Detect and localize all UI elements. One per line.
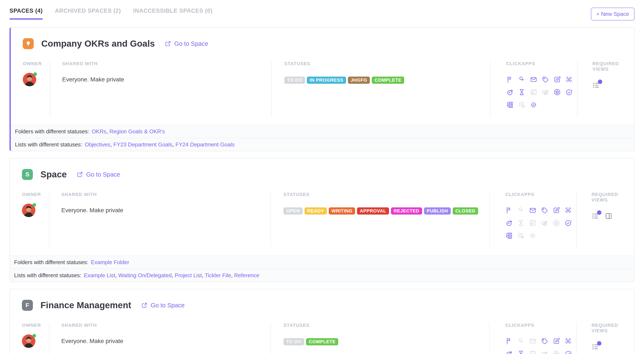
statuses-row: TO DOCOMPLETE	[284, 338, 489, 345]
calendar-icon	[529, 219, 536, 227]
space-card: S Space Go to Space OWNER	[10, 158, 634, 282]
space-title: Finance Management	[40, 300, 131, 310]
space-card-columns: OWNER SHARED WITH Everyone. Make private	[11, 61, 634, 125]
flag-icon	[505, 337, 513, 345]
hourglass-icon	[517, 350, 525, 354]
star-icon	[552, 219, 560, 227]
required-views-column-label: REQUIRED VIEWS	[592, 192, 634, 203]
separator: ,	[172, 272, 175, 278]
list-link[interactable]: Example List	[84, 272, 115, 278]
shared-with-column: SHARED WITH Everyone. Make private	[50, 61, 272, 117]
required-views-column-label: REQUIRED VIEWS	[592, 322, 634, 333]
flag-icon	[505, 207, 513, 214]
people-icon	[564, 337, 572, 345]
folders-with-statuses-row: Folders with different statuses:OKRs, Re…	[11, 125, 634, 138]
folders-with-statuses-row: Folders with different statuses:Example …	[10, 255, 634, 269]
go-to-space-link[interactable]: Go to Space	[76, 171, 120, 178]
shared-with-text[interactable]: Everyone. Make private	[61, 207, 270, 214]
shared-with-text[interactable]: Everyone. Make private	[61, 338, 270, 344]
list-clock-icon	[518, 101, 526, 109]
space-card-header: F Finance Management Go to Space	[10, 300, 634, 311]
list-link[interactable]: Reference	[234, 272, 260, 278]
lists-with-statuses-row: Lists with different statuses:Objectives…	[11, 138, 634, 151]
separator: ,	[172, 141, 175, 148]
notification-dot	[598, 80, 602, 84]
folder-links: OKRs, Region Goals & OKR's	[92, 128, 165, 135]
tab-spaces[interactable]: SPACES (4)	[10, 8, 43, 20]
required-views-column-label: REQUIRED VIEWS	[592, 61, 634, 72]
list-link[interactable]: FY23 Department Goals	[113, 141, 172, 148]
statuses-column-label: STATUSES	[284, 192, 489, 197]
flag-icon	[506, 76, 514, 83]
owner-column: OWNER	[11, 61, 50, 117]
list-link[interactable]: Tickler File	[205, 272, 231, 278]
footer-prefix: Lists with different statuses:	[15, 141, 82, 148]
clickapps-icons	[506, 76, 577, 109]
status-badge: TO DO	[284, 338, 304, 345]
folder-links: Example Folder	[91, 259, 129, 266]
upload-alert-icon	[542, 88, 549, 96]
folder-link[interactable]: OKRs	[92, 128, 106, 135]
folder-link[interactable]: Region Goals & OKR's	[109, 128, 165, 135]
statuses-row: OPENREADYWRITINGAPPROVALREJECTEDPUBLISHC…	[284, 207, 489, 215]
folder-link[interactable]: Example Folder	[91, 259, 129, 265]
shared-with-column-label: SHARED WITH	[61, 322, 270, 328]
statuses-column-label: STATUSES	[284, 322, 489, 328]
new-space-button[interactable]: + New Space	[591, 8, 634, 21]
required-views-column: REQUIRED VIEWS	[577, 322, 634, 354]
statuses-column: STATUSES TO DOIN PROGRESSJHGFGCOMPLETE	[272, 61, 490, 117]
list-links: Objectives, FY23 Department Goals, FY24 …	[85, 141, 234, 148]
shared-with-text[interactable]: Everyone. Make private	[62, 76, 271, 83]
notification-dot	[597, 341, 602, 345]
diamond-check-icon	[530, 101, 537, 109]
lightbulb-icon	[25, 41, 32, 47]
diamond-check-icon	[529, 232, 536, 239]
clickapps-column: CLICKAPPS	[490, 322, 577, 354]
required-views-icons	[592, 81, 634, 89]
owner-column-label: OWNER	[22, 322, 49, 328]
status-badge: IN PROGRESS	[307, 77, 346, 84]
status-badge: JHGFG	[348, 77, 370, 84]
online-status-dot	[32, 334, 36, 337]
shared-with-column-label: SHARED WITH	[61, 192, 270, 197]
notification-dot	[597, 210, 602, 215]
list-link[interactable]: FY24 Department Goals	[176, 141, 234, 148]
calendar-icon	[529, 350, 536, 354]
email-icon	[529, 207, 536, 214]
space-card-main: Company OKRs and Goals Go to Space OWNER	[11, 28, 634, 125]
go-to-space-link[interactable]: Go to Space	[164, 40, 208, 47]
status-badge: APPROVAL	[357, 207, 389, 215]
calendar-icon	[530, 88, 537, 96]
hourglass-icon	[517, 219, 525, 227]
statuses-row: TO DOIN PROGRESSJHGFGCOMPLETE	[284, 77, 490, 84]
spaces-list: Company OKRs and Goals Go to Space OWNER	[0, 27, 644, 354]
required-views-column: REQUIRED VIEWS	[577, 192, 634, 247]
list-view-icon	[592, 81, 600, 89]
clickapps-column: CLICKAPPS	[490, 192, 577, 247]
space-card-main: S Space Go to Space OWNER	[10, 158, 634, 255]
space-card-header: Company OKRs and Goals Go to Space	[11, 38, 634, 49]
list-link[interactable]: Objectives	[85, 141, 110, 148]
tab-inaccessible-spaces[interactable]: INACCESSIBLE SPACES (0)	[133, 8, 212, 20]
space-card: Company OKRs and Goals Go to Space OWNER	[10, 27, 634, 151]
footer-prefix: Folders with different statuses:	[14, 259, 88, 266]
tag-icon	[542, 76, 549, 83]
status-badge: COMPLETE	[306, 338, 338, 345]
upload-alert-icon	[541, 350, 548, 354]
status-badge: COMPLETE	[372, 77, 404, 84]
nested-list-icon	[506, 101, 514, 109]
owner-avatar	[23, 73, 36, 86]
list-link[interactable]: Waiting On/Delegated	[118, 272, 172, 278]
status-badge: TO DO	[284, 77, 305, 84]
status-badge: REJECTED	[391, 207, 422, 215]
online-status-dot	[33, 72, 37, 76]
online-status-dot	[32, 203, 36, 207]
owner-avatar	[22, 204, 36, 217]
people-icon	[564, 207, 572, 214]
tag-icon	[541, 207, 548, 214]
list-link[interactable]: Project List	[175, 272, 202, 278]
owner-column: OWNER	[10, 322, 49, 354]
tab-archived-spaces[interactable]: ARCHIVED SPACES (2)	[55, 8, 121, 20]
go-to-space-link[interactable]: Go to Space	[141, 302, 184, 309]
clickapps-column-label: CLICKAPPS	[505, 192, 576, 197]
